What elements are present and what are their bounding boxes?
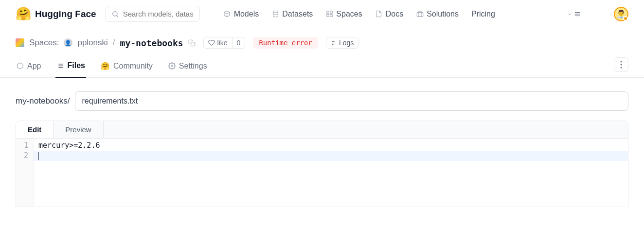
section-label: Spaces: xyxy=(29,38,59,48)
svg-point-24 xyxy=(621,67,622,68)
nav-spaces[interactable]: Spaces xyxy=(325,10,362,18)
like-count: 0 xyxy=(232,37,245,48)
nav-datasets[interactable]: Datasets xyxy=(271,10,313,18)
tab-files[interactable]: Files xyxy=(55,56,86,78)
list-icon xyxy=(573,11,581,18)
brand-logo[interactable]: 🤗 Hugging Face xyxy=(16,6,96,21)
breadcrumb: Spaces: 👤 pplonski / my-notebooks like 0… xyxy=(16,37,628,49)
line-number: 1 xyxy=(24,141,28,151)
path-separator: / xyxy=(113,38,115,48)
svg-point-23 xyxy=(621,64,622,65)
repo-tabs: App Files 🤗Community Settings xyxy=(16,56,628,77)
dots-vertical-icon xyxy=(620,61,622,69)
primary-nav: Models Datasets Spaces Docs Solutions Pr… xyxy=(223,10,495,18)
more-menu-button[interactable] xyxy=(614,57,628,72)
like-button[interactable]: like 0 xyxy=(203,37,246,49)
editor-tabs: Edit Preview xyxy=(16,121,628,139)
code-lines[interactable]: mercury>=2.2.6 xyxy=(34,139,628,207)
user-avatar[interactable]: 👨‍💼 xyxy=(614,7,628,21)
copy-icon[interactable] xyxy=(188,39,196,47)
line-gutter: 1 2 xyxy=(16,139,34,207)
chevron-down-icon xyxy=(567,12,572,17)
line-number: 2 xyxy=(24,151,28,161)
svg-point-21 xyxy=(171,65,173,67)
svg-point-0 xyxy=(112,11,117,16)
svg-rect-11 xyxy=(191,42,195,46)
editor-panel: Edit Preview 1 2 mercury>=2.2.6 xyxy=(16,121,628,207)
code-line[interactable]: mercury>=2.2.6 xyxy=(34,141,628,151)
owner-avatar: 👤 xyxy=(64,38,72,47)
search-box[interactable] xyxy=(105,6,200,22)
nav-models[interactable]: Models xyxy=(223,10,259,18)
top-header: 🤗 Hugging Face Models Datasets Spaces Do… xyxy=(0,0,644,28)
svg-rect-6 xyxy=(330,15,332,17)
svg-line-1 xyxy=(117,16,118,17)
runtime-status: Runtime error xyxy=(253,37,318,49)
document-icon xyxy=(375,10,383,18)
search-icon xyxy=(111,10,119,18)
grid-icon xyxy=(325,10,333,18)
main-content: my-notebooks/ Edit Preview 1 2 mercury>=… xyxy=(0,78,644,221)
svg-rect-5 xyxy=(327,15,329,17)
nav-pricing[interactable]: Pricing xyxy=(471,10,495,18)
tab-settings[interactable]: Settings xyxy=(167,57,208,77)
huggingface-icon: 🤗 xyxy=(16,6,31,21)
file-path-row: my-notebooks/ xyxy=(16,91,628,111)
community-icon: 🤗 xyxy=(101,62,110,71)
code-editor[interactable]: 1 2 mercury>=2.2.6 xyxy=(16,139,628,207)
heart-icon xyxy=(208,39,215,46)
svg-point-2 xyxy=(273,11,278,13)
nav-docs[interactable]: Docs xyxy=(375,10,403,18)
logs-button[interactable]: Logs xyxy=(326,37,358,49)
cube-icon xyxy=(223,10,231,18)
divider xyxy=(599,8,599,20)
nav-solutions[interactable]: Solutions xyxy=(416,10,459,18)
code-line-current[interactable] xyxy=(34,151,628,161)
filename-input[interactable] xyxy=(75,91,629,111)
svg-point-22 xyxy=(621,61,622,62)
tab-community[interactable]: 🤗Community xyxy=(100,57,154,77)
files-icon xyxy=(56,62,64,70)
database-icon xyxy=(271,10,279,18)
editor-tab-preview[interactable]: Preview xyxy=(54,121,103,138)
logs-icon xyxy=(331,40,337,46)
cube-icon xyxy=(17,62,24,70)
spaces-icon xyxy=(16,38,24,47)
tab-app[interactable]: App xyxy=(16,57,42,77)
repo-header: Spaces: 👤 pplonski / my-notebooks like 0… xyxy=(0,28,644,78)
owner-link[interactable]: pplonski xyxy=(77,38,107,48)
gear-icon xyxy=(168,62,176,70)
search-input[interactable] xyxy=(123,10,194,18)
svg-rect-3 xyxy=(327,11,329,13)
editor-tab-edit[interactable]: Edit xyxy=(16,121,54,138)
nav-more-menu[interactable] xyxy=(564,11,584,18)
notification-dot xyxy=(623,16,628,21)
text-cursor xyxy=(38,152,39,160)
repo-name[interactable]: my-notebooks xyxy=(120,38,183,48)
path-root[interactable]: my-notebooks/ xyxy=(16,96,70,106)
svg-rect-7 xyxy=(417,12,423,17)
brand-text: Hugging Face xyxy=(35,9,96,19)
briefcase-icon xyxy=(416,10,424,18)
svg-rect-4 xyxy=(330,11,332,13)
